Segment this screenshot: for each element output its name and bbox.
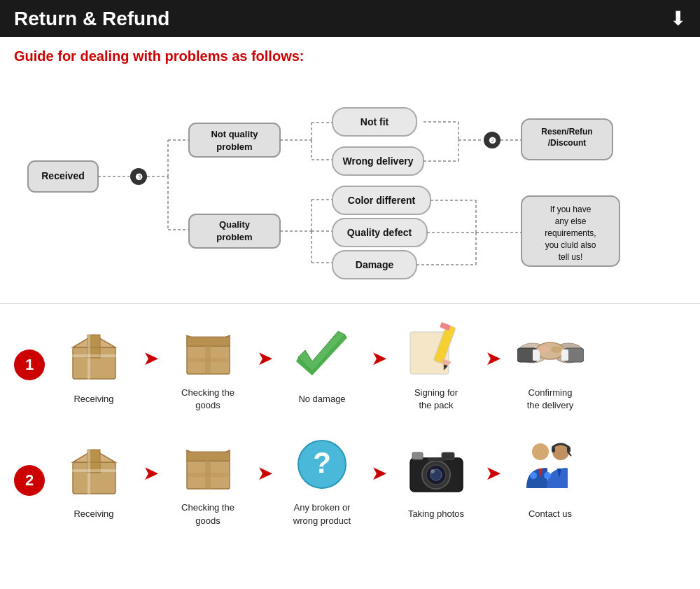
svg-text:❸: ❸: [135, 172, 143, 182]
svg-text:Not quality: Not quality: [211, 129, 258, 139]
step-row-1: 1 Receiving ➤: [14, 318, 686, 412]
svg-rect-94: [88, 443, 90, 495]
svg-text:Wrong delivery: Wrong delivery: [343, 155, 414, 167]
step-number-2: 2: [14, 465, 45, 496]
step-label-broken: Any broken orwrong product: [293, 501, 351, 527]
step-label-receiving-2: Receiving: [74, 508, 113, 520]
svg-point-119: [530, 472, 537, 479]
svg-rect-95: [64, 469, 124, 472]
step-number-1: 1: [14, 349, 45, 380]
svg-text:problem: problem: [216, 141, 252, 152]
svg-text:requirements,: requirements,: [545, 228, 596, 238]
flowchart-svg: Received ❸ Not quality problem Quality p…: [21, 77, 686, 294]
handshake-icon: [515, 318, 585, 381]
step-label-nodamage: No damage: [298, 393, 345, 406]
arrow-2-1: ➤: [143, 462, 159, 485]
box-closed-icon: [59, 324, 129, 387]
svg-text:?: ?: [313, 446, 331, 479]
step-item-confirming: Confirmingthe delivery: [515, 318, 585, 412]
checkmark-icon: [287, 324, 357, 387]
svg-text:/Discount: /Discount: [548, 138, 587, 148]
svg-rect-111: [428, 458, 445, 461]
svg-rect-110: [412, 452, 423, 459]
arrow-1-3: ➤: [371, 347, 387, 370]
arrow-1-1: ➤: [143, 347, 159, 370]
step-label-signing: Signing forthe pack: [414, 387, 458, 412]
svg-point-89: [551, 346, 562, 353]
svg-text:tell us!: tell us!: [559, 252, 583, 262]
step-label-confirming: Confirmingthe delivery: [527, 387, 573, 412]
camera-icon: [401, 439, 471, 502]
svg-rect-114: [552, 447, 555, 452]
header: Return & Refund ⬇: [0, 0, 700, 37]
step-item-checking-2: Checking thegoods: [173, 433, 243, 527]
flowchart: Received ❸ Not quality problem Quality p…: [14, 77, 686, 296]
page-title: Return & Refund: [14, 8, 169, 30]
svg-point-112: [532, 443, 549, 460]
step-label-checking-1: Checking thegoods: [181, 387, 234, 412]
svg-text:you cluld also: you cluld also: [545, 240, 596, 250]
step-label-contact: Contact us: [528, 508, 572, 520]
person-icon: [515, 439, 585, 502]
arrow-2-2: ➤: [257, 462, 273, 485]
svg-text:Resen/Refun: Resen/Refun: [541, 127, 592, 137]
svg-rect-99: [187, 452, 230, 461]
step-item-broken: ? Any broken orwrong product: [287, 433, 357, 527]
step-item-photos: Taking photos: [401, 439, 471, 520]
svg-text:Quality: Quality: [219, 219, 251, 230]
arrow-1-2: ➤: [257, 347, 273, 370]
svg-rect-101: [187, 473, 230, 477]
svg-point-120: [544, 472, 551, 479]
guide-section: Guide for dealing with problems as follo…: [0, 37, 700, 303]
arrow-2-4: ➤: [485, 462, 501, 485]
question-icon: ?: [287, 433, 357, 496]
down-arrow-icon: ⬇: [670, 7, 686, 30]
svg-point-88: [538, 346, 550, 353]
svg-rect-67: [64, 354, 124, 357]
step-item-signing: Signing forthe pack: [401, 318, 471, 412]
step-item-contact: Contact us: [515, 439, 585, 520]
svg-rect-71: [187, 337, 230, 346]
svg-point-108: [430, 469, 435, 473]
arrow-1-4: ➤: [485, 347, 501, 370]
step-label-photos: Taking photos: [408, 508, 464, 520]
svg-rect-73: [187, 358, 230, 362]
svg-text:problem: problem: [216, 232, 252, 242]
step-item-receiving-1: Receiving: [59, 324, 129, 406]
svg-text:Color different: Color different: [348, 195, 416, 206]
svg-rect-86: [533, 349, 540, 361]
box-open-2-icon: [173, 433, 243, 496]
svg-rect-87: [561, 349, 568, 361]
svg-text:any else: any else: [555, 216, 587, 226]
svg-text:Quality defect: Quality defect: [347, 227, 412, 238]
pencil-icon: [401, 318, 471, 381]
arrow-2-3: ➤: [371, 462, 387, 485]
svg-rect-115: [567, 447, 570, 452]
step-item-nodamage: No damage: [287, 324, 357, 406]
step-row-2: 2 Receiving ➤: [14, 433, 686, 527]
step-label-receiving-1: Receiving: [74, 393, 113, 406]
steps-section: 1 Receiving ➤: [0, 303, 700, 555]
box-closed-2-icon: [59, 439, 129, 502]
svg-text:If you have: If you have: [550, 205, 592, 214]
step-label-checking-2: Checking thegoods: [181, 501, 234, 527]
step-item-checking-1: Checking thegoods: [173, 318, 243, 412]
box-open-icon: [173, 318, 243, 381]
svg-text:❷: ❷: [489, 136, 496, 146]
step-item-receiving-2: Receiving: [59, 439, 129, 520]
svg-text:Damage: Damage: [356, 259, 394, 270]
svg-rect-66: [88, 328, 90, 380]
svg-text:Not fit: Not fit: [360, 116, 389, 127]
guide-title: Guide for dealing with problems as follo…: [14, 48, 686, 64]
svg-text:Received: Received: [41, 170, 84, 181]
